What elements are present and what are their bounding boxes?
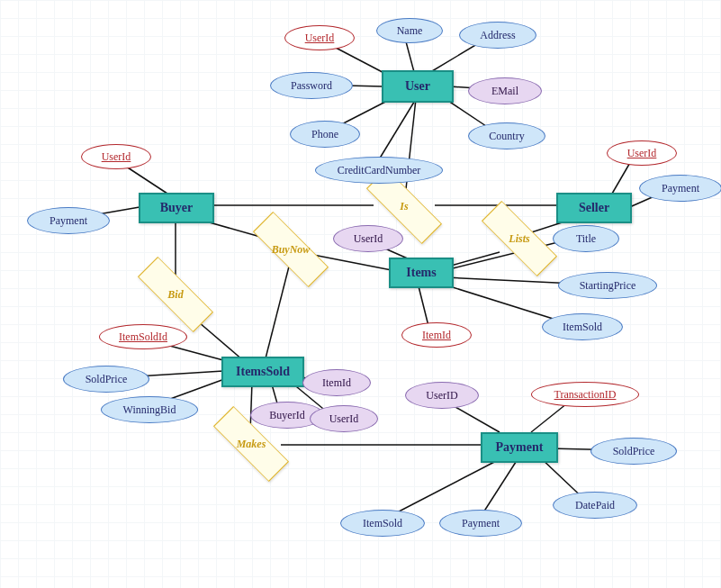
attr-user-name: Name	[376, 18, 443, 43]
attr-items-starting-price: StartingPrice	[558, 272, 657, 299]
entity-seller-label: Seller	[579, 202, 609, 214]
attr-user-password: Password	[270, 72, 353, 99]
rel-buy-now-label: BuyNow	[272, 244, 311, 255]
attr-items-item-sold: ItemSold	[542, 313, 623, 340]
rel-makes: Makes	[220, 425, 283, 463]
attr-seller-userid: UserId	[607, 140, 677, 166]
attr-items-title: Title	[553, 225, 619, 252]
attr-payment-soldprice: SoldPrice	[590, 438, 677, 465]
entity-user: User	[382, 70, 454, 103]
attr-user-userid: UserId	[284, 25, 355, 50]
entity-payment: Payment	[481, 432, 558, 463]
attr-buyer-userid: UserId	[81, 144, 151, 169]
entity-seller: Seller	[556, 193, 632, 223]
rel-buy-now: BuyNow	[259, 231, 322, 268]
attr-user-address: Address	[459, 22, 536, 49]
rel-lists: Lists	[488, 220, 551, 258]
rel-makes-label: Makes	[237, 439, 266, 449]
attr-user-country: Country	[468, 122, 545, 149]
attr-user-email: EMail	[468, 77, 542, 104]
attr-payment-transactionid: TransactionID	[531, 382, 639, 407]
attr-itemssold-userid: UserId	[310, 405, 378, 432]
attr-payment-payment: Payment	[439, 510, 522, 537]
attr-itemssold-itemid: ItemId	[302, 369, 371, 396]
attr-itemssold-itemsoldid: ItemSoldId	[99, 324, 187, 349]
entity-items-label: Items	[406, 267, 436, 279]
attr-payment-itemsold: ItemSold	[340, 510, 425, 537]
entity-buyer: Buyer	[139, 193, 214, 223]
attr-itemssold-soldprice: SoldPrice	[63, 366, 149, 393]
svg-line-25	[266, 263, 290, 358]
attr-buyer-payment: Payment	[27, 207, 110, 234]
entity-items: Items	[389, 258, 454, 288]
entity-buyer-label: Buyer	[160, 202, 194, 214]
attr-itemssold-winningbid: WinningBid	[101, 396, 198, 423]
entity-items-sold: ItemsSold	[221, 357, 304, 387]
attr-payment-datepaid: DatePaid	[553, 492, 637, 519]
rel-bid-label: Bid	[167, 289, 183, 300]
rel-is: Is	[373, 187, 436, 225]
attr-user-ccn: CreditCardNumber	[315, 157, 443, 184]
attr-items-itemid: ItemId	[401, 322, 472, 348]
rel-bid: Bid	[144, 276, 207, 313]
attr-user-phone: Phone	[290, 121, 360, 148]
rel-is-label: Is	[400, 201, 408, 212]
entity-user-label: User	[405, 80, 430, 93]
attr-payment-userid: UserID	[405, 382, 479, 409]
entity-payment-label: Payment	[496, 441, 544, 454]
attr-items-userid: UserId	[333, 225, 403, 252]
rel-lists-label: Lists	[509, 233, 529, 244]
attr-seller-payment: Payment	[639, 175, 721, 202]
entity-items-sold-label: ItemsSold	[236, 366, 290, 378]
